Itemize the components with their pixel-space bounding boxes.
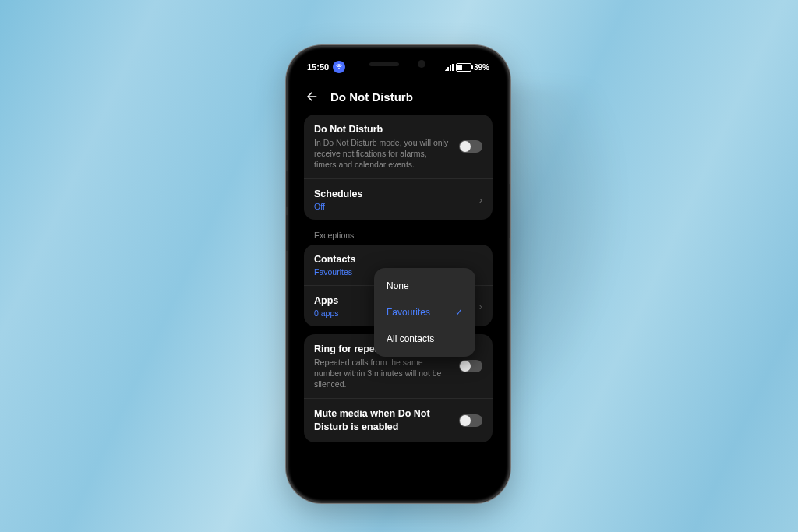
row-desc: In Do Not Disturb mode, you will only re… (314, 137, 482, 171)
contacts-popup: None Favourites ✓ All contacts (374, 268, 475, 357)
row-title: Mute media when Do Not Disturb is enable… (314, 407, 482, 434)
row-desc: Repeated calls from the same number with… (314, 357, 482, 390)
check-icon: ✓ (455, 307, 463, 318)
status-time: 15:50 (307, 62, 329, 72)
popup-option-none[interactable]: None (374, 273, 475, 299)
row-title: Do Not Disturb (314, 123, 482, 136)
dnd-toggle[interactable] (459, 140, 482, 153)
page-title: Do Not Disturb (330, 90, 413, 104)
screen: 15:50 39% Do Not Disturb (296, 55, 500, 493)
row-schedules[interactable]: Schedules Off › (304, 178, 493, 220)
row-title: Schedules (314, 188, 482, 201)
option-label: All contacts (387, 333, 434, 344)
chevron-right-icon: › (479, 194, 482, 206)
mute-toggle[interactable] (459, 414, 482, 427)
row-dnd[interactable]: Do Not Disturb In Do Not Disturb mode, y… (304, 115, 493, 178)
row-value: Off (314, 202, 482, 211)
phone-frame: 15:50 39% Do Not Disturb (288, 47, 509, 502)
card-dnd: Do Not Disturb In Do Not Disturb mode, y… (304, 115, 493, 220)
app-bar: Do Not Disturb (296, 83, 500, 110)
battery-text: 39% (474, 63, 489, 72)
notch (348, 55, 449, 74)
popup-option-favourites[interactable]: Favourites ✓ (374, 299, 475, 326)
option-label: None (387, 280, 409, 291)
row-mute-media[interactable]: Mute media when Do Not Disturb is enable… (304, 398, 493, 442)
volte-icon (333, 61, 345, 73)
repeat-toggle[interactable] (459, 360, 482, 372)
back-button[interactable] (305, 90, 320, 104)
chevron-right-icon: › (479, 301, 482, 312)
section-label-exceptions: Exceptions (304, 227, 493, 245)
battery-icon (456, 63, 471, 72)
popup-option-all[interactable]: All contacts (374, 326, 475, 352)
row-title: Contacts (314, 253, 482, 266)
option-label: Favourites (387, 307, 430, 318)
